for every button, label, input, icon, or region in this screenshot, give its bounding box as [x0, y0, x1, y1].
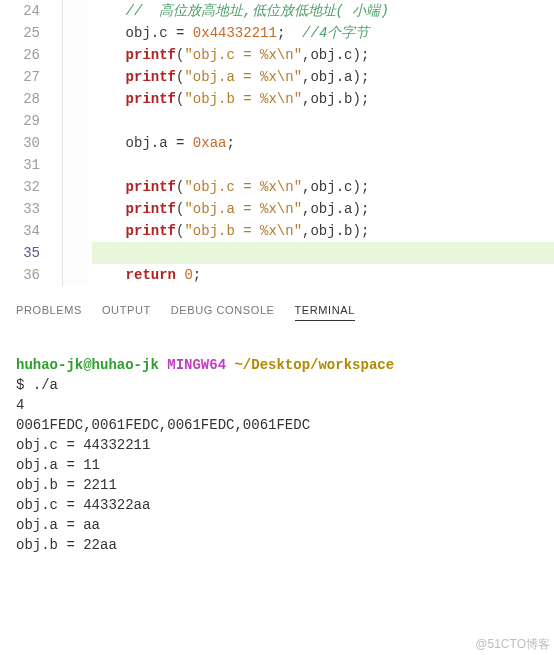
terminal-command: $ ./a [16, 375, 538, 395]
tab-problems[interactable]: PROBLEMS [16, 304, 82, 321]
tab-output[interactable]: OUTPUT [102, 304, 151, 321]
line-number-gutter: 24252627282930313233343536 [0, 0, 62, 286]
code-line[interactable] [92, 154, 554, 176]
terminal-path: ~/Desktop/workspace [234, 357, 394, 373]
terminal-output-line: obj.c = 443322aa [16, 495, 538, 515]
line-number: 33 [0, 198, 40, 220]
line-number: 30 [0, 132, 40, 154]
code-line[interactable]: // 高位放高地址,低位放低地址( 小端) [92, 0, 554, 22]
line-number: 28 [0, 88, 40, 110]
line-number: 29 [0, 110, 40, 132]
code-line[interactable]: obj.c = 0x44332211; //4个字节 [92, 22, 554, 44]
terminal-user: huhao-jk@huhao-jk [16, 357, 159, 373]
code-line[interactable]: printf("obj.b = %x\n",obj.b); [92, 220, 554, 242]
code-editor[interactable]: 24252627282930313233343536 // 高位放高地址,低位放… [0, 0, 554, 286]
code-line[interactable]: return 0; [92, 264, 554, 286]
code-line[interactable]: obj.a = 0xaa; [92, 132, 554, 154]
code-line[interactable] [92, 242, 554, 264]
line-number: 25 [0, 22, 40, 44]
panel-tabs: PROBLEMS OUTPUT DEBUG CONSOLE TERMINAL [0, 292, 554, 329]
code-line[interactable]: printf("obj.c = %x\n",obj.c); [92, 176, 554, 198]
tab-terminal[interactable]: TERMINAL [295, 304, 355, 321]
terminal-output-line: 0061FEDC,0061FEDC,0061FEDC,0061FEDC [16, 415, 538, 435]
terminal-output-line: obj.b = 22aa [16, 535, 538, 555]
code-line[interactable]: printf("obj.a = %x\n",obj.a); [92, 66, 554, 88]
terminal-output-line: obj.c = 44332211 [16, 435, 538, 455]
line-number: 35 [0, 242, 40, 264]
line-number: 31 [0, 154, 40, 176]
line-number: 24 [0, 0, 40, 22]
terminal-output-line: 4 [16, 395, 538, 415]
terminal-output-line: obj.a = 11 [16, 455, 538, 475]
line-number: 27 [0, 66, 40, 88]
line-number: 26 [0, 44, 40, 66]
tab-debug-console[interactable]: DEBUG CONSOLE [171, 304, 275, 321]
code-line[interactable]: printf("obj.a = %x\n",obj.a); [92, 198, 554, 220]
terminal-system: MINGW64 [167, 357, 226, 373]
watermark: @51CTO博客 [475, 636, 550, 653]
line-number: 32 [0, 176, 40, 198]
code-line[interactable]: printf("obj.c = %x\n",obj.c); [92, 44, 554, 66]
fold-bar [62, 0, 88, 286]
line-number: 36 [0, 264, 40, 286]
terminal-panel[interactable]: huhao-jk@huhao-jk MINGW64 ~/Desktop/work… [0, 329, 554, 565]
terminal-output-line: obj.b = 2211 [16, 475, 538, 495]
terminal-output: 40061FEDC,0061FEDC,0061FEDC,0061FEDCobj.… [16, 395, 538, 555]
terminal-prompt: huhao-jk@huhao-jk MINGW64 ~/Desktop/work… [16, 355, 538, 375]
code-line[interactable]: printf("obj.b = %x\n",obj.b); [92, 88, 554, 110]
terminal-output-line: obj.a = aa [16, 515, 538, 535]
code-line[interactable] [92, 110, 554, 132]
code-area[interactable]: // 高位放高地址,低位放低地址( 小端) obj.c = 0x44332211… [88, 0, 554, 286]
line-number: 34 [0, 220, 40, 242]
